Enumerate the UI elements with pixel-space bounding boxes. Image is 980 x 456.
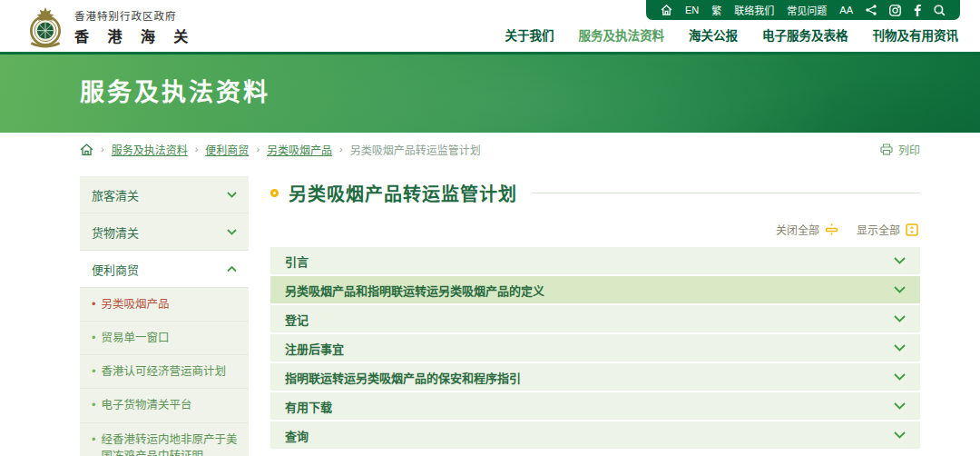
sidebar-subitem-label: 经香港转运内地非原产于美国冻鸡产品中转证明 [102,431,240,456]
chevron-up-icon [227,266,237,273]
content-area: 旅客清关 货物清关 便利商贸 • 另类吸烟产品 • 贸易单一窗口 • 香港认 [0,165,980,456]
lang-en-link[interactable]: EN [685,5,699,15]
print-button[interactable]: 列印 [880,142,920,157]
sidebar-subitem-label: 另类吸烟产品 [102,296,170,312]
sidebar-subitem-trade-single-window[interactable]: • 贸易单一窗口 [80,322,249,355]
accordion-label: 指明联运转运另类吸烟产品的保安和程序指引 [285,369,521,386]
expand-all-icon [906,223,918,236]
sidebar-item-trade-facilitation[interactable]: 便利商贸 [80,251,249,288]
collapse-all-button[interactable]: 关闭全部 [776,222,838,237]
home-icon[interactable] [661,5,672,15]
breadcrumb-link-alt-smoking-products[interactable]: 另类吸烟产品 [267,142,332,157]
sidebar-section-label: 便利商贸 [92,261,139,278]
chevron-down-icon [894,344,906,352]
collapse-all-label: 关闭全部 [776,222,819,237]
sidebar-subitem-alt-smoking-products[interactable]: • 另类吸烟产品 [80,288,249,322]
accordion-label: 注册后事宜 [285,340,344,357]
bullet-icon: • [92,363,96,380]
chevron-down-icon [894,373,906,381]
printer-icon [880,144,893,155]
accordion-item-post-registration[interactable]: 注册后事宜 [270,334,920,362]
lang-traditional-link[interactable]: 繁 [711,3,721,17]
breadcrumb-home-icon[interactable] [80,144,93,155]
sidebar-subitem-label: 贸易单一窗口 [102,330,170,346]
bullet-icon: • [92,397,96,413]
font-size-control[interactable]: AA [839,5,853,15]
bullet-icon: • [92,330,96,346]
sidebar-subitem-label: 电子货物清关平台 [102,397,192,413]
accordion-item-introduction[interactable]: 引言 [270,247,920,274]
section-banner: 服务及执法资料 [0,55,980,133]
customs-emblem-icon [25,6,65,48]
banner-title: 服务及执法资料 [0,55,980,131]
chevron-down-icon [894,257,906,264]
utility-bar: EN 繁 联络我们 常见问题 AA [646,0,960,20]
expand-all-label: 显示全部 [857,222,900,237]
sidebar-section-label: 旅客清关 [92,186,139,203]
accordion-item-enquiries[interactable]: 查询 [270,421,920,449]
instagram-icon[interactable] [889,5,901,16]
accordion-label: 查询 [285,427,309,444]
chevron-down-icon [894,402,906,410]
collapse-all-icon [825,223,838,236]
nav-eservices-forms[interactable]: 电子服务及表格 [762,25,848,44]
contact-us-link[interactable]: 联络我们 [734,3,774,17]
breadcrumb-separator: › [195,144,199,154]
accordion-label: 引言 [285,253,309,270]
accordion-item-registration[interactable]: 登记 [270,305,920,332]
search-icon[interactable] [934,5,946,16]
main-nav: 关于我们 服务及执法资料 海关公报 电子服务及表格 刊物及有用资讯 [505,25,959,44]
bullet-icon: • [92,431,96,448]
sidebar-subitem-frozen-chicken-transshipment[interactable]: • 经香港转运内地非原产于美国冻鸡产品中转证明 [80,423,249,456]
accordion: 引言 另类吸烟产品和指明联运转运另类吸烟产品的定义 登记 注册后事宜 指明联运转… [270,247,920,449]
accordion-controls: 关闭全部 显示全部 [270,222,918,237]
faq-link[interactable]: 常见问题 [787,3,827,17]
sidebar-subitem-label: 香港认可经济营运商计划 [102,363,227,380]
page: 香港特别行政区政府 香 港 海 关 EN 繁 联络我们 常见问题 AA [0,0,980,456]
sidebar-subitem-aeo-programme[interactable]: • 香港认可经济营运商计划 [80,355,249,389]
accordion-label: 另类吸烟产品和指明联运转运另类吸烟产品的定义 [285,282,544,299]
main-content: 另类吸烟产品转运监管计划 关闭全部 显示全部 引言 [270,176,920,451]
brand-logo[interactable]: 香港特别行政区政府 香 港 海 关 [25,6,195,48]
breadcrumb-current: 另类吸烟产品转运监管计划 [350,142,481,157]
sidebar-section-label: 货物清关 [92,223,139,241]
chevron-down-icon [894,315,906,322]
breadcrumb-separator: › [339,144,343,154]
site-header: 香港特别行政区政府 香 港 海 关 EN 繁 联络我们 常见问题 AA [0,0,980,55]
chevron-down-icon [227,229,237,235]
accordion-item-definitions[interactable]: 另类吸烟产品和指明联运转运另类吸烟产品的定义 [270,276,920,303]
breadcrumb-link-services[interactable]: 服务及执法资料 [112,142,188,157]
breadcrumb: › 服务及执法资料 › 便利商贸 › 另类吸烟产品 › 另类吸烟产品转运监管计划… [0,133,980,165]
breadcrumb-separator: › [256,144,260,154]
breadcrumb-separator: › [101,144,104,154]
brand-text: 香港特别行政区政府 香 港 海 关 [74,8,195,46]
facebook-icon[interactable] [914,5,921,16]
share-icon[interactable] [866,5,877,15]
title-bullet-icon [270,189,279,197]
nav-publications-info[interactable]: 刊物及有用资讯 [873,25,959,44]
sidebar-item-passenger-clearance[interactable]: 旅客清关 [80,176,249,213]
accordion-label: 登记 [285,311,309,328]
nav-customs-bulletin[interactable]: 海关公报 [689,25,738,44]
bullet-icon: • [92,296,96,312]
dept-title: 香 港 海 关 [74,25,195,46]
sidebar-nav: 旅客清关 货物清关 便利商贸 • 另类吸烟产品 • 贸易单一窗口 • 香港认 [80,176,249,456]
gov-title: 香港特别行政区政府 [74,8,195,23]
breadcrumb-link-trade-facilitation[interactable]: 便利商贸 [205,142,249,157]
page-title-row: 另类吸烟产品转运监管计划 [270,180,920,206]
chevron-down-icon [894,431,906,439]
title-rule [532,193,920,193]
chevron-down-icon [227,192,237,198]
accordion-item-useful-downloads[interactable]: 有用下载 [270,392,920,420]
nav-services-enforcement[interactable]: 服务及执法资料 [579,25,665,44]
expand-all-button[interactable]: 显示全部 [857,222,918,237]
chevron-down-icon [894,286,906,293]
accordion-item-security-procedures[interactable]: 指明联运转运另类吸烟产品的保安和程序指引 [270,363,920,391]
sidebar-item-cargo-clearance[interactable]: 货物清关 [80,213,249,251]
sidebar-subitem-electronic-cargo-platform[interactable]: • 电子货物清关平台 [80,389,249,422]
page-title: 另类吸烟产品转运监管计划 [289,180,517,206]
nav-about-us[interactable]: 关于我们 [505,25,554,44]
accordion-label: 有用下载 [285,398,332,415]
print-label: 列印 [898,142,920,157]
